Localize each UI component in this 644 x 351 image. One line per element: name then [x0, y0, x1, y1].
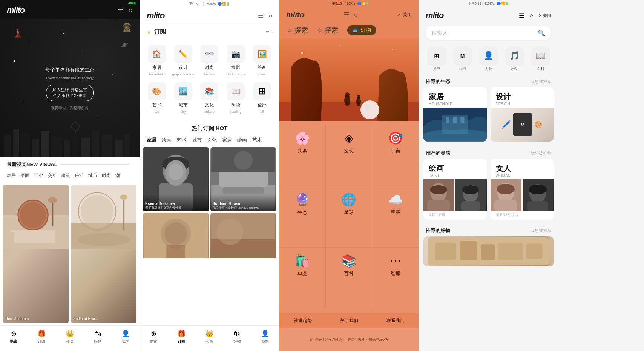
photo-extra-right[interactable]: [210, 213, 276, 291]
tag-city[interactable]: 城市: [88, 172, 97, 179]
s3-menu-universe[interactable]: 🎯 宇宙: [372, 125, 419, 186]
tag-arch[interactable]: 建筑: [61, 172, 70, 179]
cat-city[interactable]: 🏙️ 城市 city: [170, 79, 196, 117]
search-icon-1[interactable]: ○: [129, 6, 133, 14]
nav-member[interactable]: 👑 会员: [66, 329, 74, 344]
img-card-2[interactable]: Softland Hou...: [71, 185, 136, 323]
s4-menu-icon[interactable]: ☰: [519, 12, 524, 19]
menu-icon[interactable]: ☰: [117, 6, 123, 14]
s2-nav-subscribe[interactable]: 🎁 订阅: [177, 329, 186, 344]
cat-culture[interactable]: 📚 文化 culture: [196, 79, 223, 117]
nav-goods[interactable]: 🛍 好物: [94, 330, 101, 344]
nav-subscribe[interactable]: 🎁 订阅: [37, 329, 46, 344]
photo-softland-name: Softland House: [213, 202, 274, 206]
svg-point-14: [72, 123, 79, 130]
tag-interact[interactable]: 交互: [48, 172, 57, 179]
s4-sc-life[interactable]: 🎵 乐活: [506, 47, 523, 71]
s3-tab-goods[interactable]: 🐟 好物: [347, 25, 376, 35]
s3-about-us[interactable]: 关于我们: [326, 313, 372, 328]
nav-explore[interactable]: ⊕ 探索: [10, 329, 17, 344]
svg-rect-41: [166, 245, 185, 258]
scroll-tag-2[interactable]: 绘画: [162, 137, 172, 143]
s4-sc-wiki[interactable]: 📖 百科: [532, 47, 549, 71]
s4-inspire-woman[interactable]: 女人 WOMAN: [491, 159, 554, 220]
cat-photo[interactable]: 📷 摄影 photography: [222, 42, 249, 79]
s4-sc-brand[interactable]: M 品牌: [454, 47, 471, 71]
s4-sc-wiki-label: 百科: [537, 66, 544, 71]
s4-eco-design[interactable]: 设计 DESIGN 🖊️ V 🎨: [491, 87, 554, 142]
tag-home[interactable]: 家居: [7, 172, 16, 179]
s4-search-icon[interactable]: ○: [529, 12, 533, 19]
s2-nav-member[interactable]: 👑 会员: [205, 329, 213, 344]
img-card-1[interactable]: Red Mountain: [3, 185, 69, 323]
s2-nav-mine[interactable]: 👤 我的: [261, 329, 269, 344]
cat-reading-ch: 阅读: [231, 102, 240, 108]
tag-life[interactable]: 乐活: [75, 172, 84, 179]
svg-rect-24: [55, 232, 61, 243]
s2-nav-explore[interactable]: ⊕ 探索: [150, 329, 157, 344]
cat-reading[interactable]: 📖 阅读 reading: [222, 79, 249, 117]
photo-ksenia[interactable]: Ksenia Bortsova 俄罗斯极简主义室内设计师: [143, 147, 209, 211]
s3-close-btn[interactable]: ✕ 关闭: [397, 12, 412, 18]
s3-visual-trend[interactable]: 视觉趋势: [279, 313, 326, 328]
tag-trend[interactable]: 潮: [115, 172, 120, 179]
s4-woman-2: [523, 179, 554, 211]
s4-gooditem-link[interactable]: 我想被推荐: [531, 228, 551, 234]
s4-sc-person[interactable]: 👤 人物: [480, 47, 497, 71]
join-btn[interactable]: 加入星球 开启生态个人版低至299/年: [46, 85, 93, 101]
s3-menu-planet[interactable]: 🌐 星球: [326, 186, 372, 248]
scroll-tag-8[interactable]: 艺术: [252, 137, 262, 143]
photo-softland[interactable]: Softland House 俄罗斯室内设计师Ksenia Bortsova: [210, 147, 276, 211]
s2-menu-icon[interactable]: ☰: [258, 12, 263, 20]
cat-household[interactable]: 🏠 家居 household: [144, 42, 170, 79]
cat-design[interactable]: ✏️ 设计 graphic design: [170, 42, 196, 79]
scroll-tag-5[interactable]: 文化: [207, 137, 217, 143]
s2-search-icon[interactable]: ○: [268, 12, 272, 20]
nav-mine[interactable]: 👤 我的: [121, 329, 130, 344]
scroll-tag-3[interactable]: 艺术: [177, 137, 187, 143]
scroll-tag-6[interactable]: 家居: [222, 137, 232, 143]
scroll-tag-4[interactable]: 城市: [192, 137, 202, 143]
section-title-text: 最新视觉NEW VISUAL: [7, 161, 57, 168]
s4-eco-link[interactable]: 我想被推荐: [531, 79, 551, 85]
screen-4-search: 下午5:11 | 415K/s 🔵📶🔋 mlito ☰ ○ ✕ 关闭 请输入 🔍…: [419, 0, 558, 351]
s3-menu-wiki[interactable]: 📚 百科: [326, 248, 372, 309]
tag-flat[interactable]: 平面: [20, 172, 29, 179]
tag-industry[interactable]: 工业: [34, 172, 43, 179]
s3-tab-explore1[interactable]: ☆ 探索: [287, 25, 308, 35]
tag-fashion[interactable]: 时尚: [102, 172, 111, 179]
s4-search-bar[interactable]: 请输入 🔍: [426, 26, 551, 40]
s4-inspire-paint-header: 绘画 PAINT: [423, 159, 487, 179]
hero-line1: 每个单体都有他的生态: [45, 65, 94, 74]
s4-eco-household[interactable]: 家居 HOUSEHOLD: [423, 87, 487, 142]
s4-inspire-paint[interactable]: 绘画 PAINT: [423, 159, 487, 220]
s3-menu-library[interactable]: ⋯ 智库: [372, 248, 419, 309]
s3-menu-icon[interactable]: ☰: [343, 11, 350, 19]
s3-contact-us[interactable]: 联系我们: [372, 313, 419, 328]
s3-tab-explore2[interactable]: ☆ 探索: [317, 25, 338, 35]
s4-search-btn[interactable]: 🔍: [538, 29, 545, 37]
s3-search-icon[interactable]: ○: [354, 11, 358, 19]
cat-paint[interactable]: 🖼️ 绘画 paint: [249, 42, 275, 79]
s4-inspire-link[interactable]: 我想被推荐: [531, 151, 551, 156]
s4-close-btn[interactable]: ✕ 关闭: [538, 13, 551, 18]
cat-all[interactable]: ⊞ 全部 all: [249, 79, 275, 117]
s4-gooditem-bar[interactable]: [423, 236, 554, 266]
svg-rect-27: [123, 196, 124, 230]
photo-extra-left[interactable]: [143, 213, 209, 291]
svg-rect-12: [124, 134, 130, 157]
cat-art[interactable]: 🎨 艺术 art: [144, 79, 170, 117]
s2-nav-goods[interactable]: 🛍 好物: [233, 330, 241, 344]
divider: [61, 164, 129, 165]
scroll-tag-1[interactable]: 家居: [147, 137, 156, 143]
s3-menu-discover[interactable]: ◈ 发现: [326, 125, 372, 186]
cat-fashion[interactable]: 👓 时尚 fashion: [196, 42, 223, 79]
s4-sc-person-label: 人物: [485, 66, 492, 71]
scroll-tag-7[interactable]: 绘画: [237, 137, 247, 143]
s3-menu-item-product[interactable]: 🛍️ 单品: [279, 248, 326, 309]
s3-menu-headlines[interactable]: 🌸 头条: [279, 125, 326, 186]
s3-menu-treasure[interactable]: ☁️ 宝藏: [372, 186, 419, 248]
s3-menu-ecology[interactable]: 🔮 生态: [279, 186, 326, 248]
cat-reading-icon: 📖: [227, 82, 245, 100]
s4-sc-inspire[interactable]: ⊞ 灵感: [428, 47, 445, 71]
